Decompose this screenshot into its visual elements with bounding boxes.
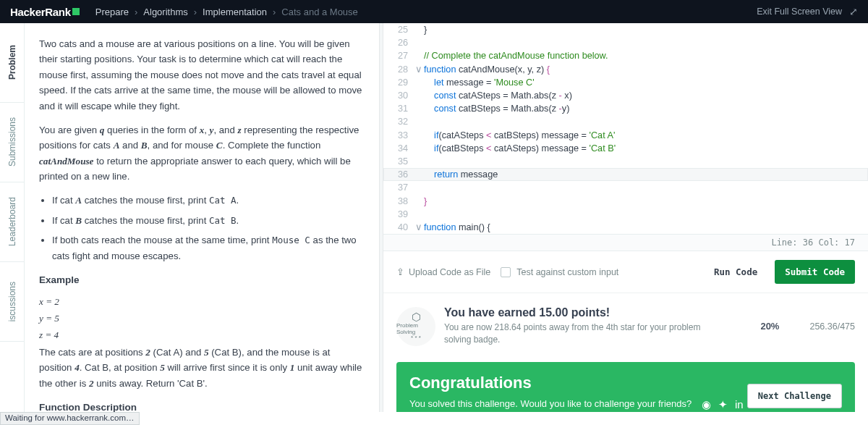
congrats-banner: Congratulations You solved this challeng… <box>396 362 855 412</box>
list-item: If both cats reach the mouse at the same… <box>52 232 363 264</box>
collapse-icon: ⤢ <box>849 6 858 17</box>
fold-toggle-icon[interactable]: ∨ <box>414 63 424 76</box>
tab-submissions[interactable]: Submissions <box>0 103 24 182</box>
line-number: 33 <box>383 129 414 142</box>
eq-y: y = 5 <box>39 311 363 326</box>
fold-toggle-icon <box>414 142 424 155</box>
code-line[interactable]: 40∨function main() { <box>383 221 868 234</box>
facebook-icon[interactable]: ◉ <box>702 398 711 411</box>
side-tabs: Problem Submissions Leaderboard iscussio… <box>0 23 25 412</box>
code-content[interactable]: const catASteps = Math.abs(z - x) <box>424 89 868 102</box>
code-line[interactable]: 27// Complete the catAndMouse function b… <box>383 49 868 62</box>
checkbox-icon[interactable] <box>501 267 511 277</box>
chevron-right-icon: › <box>194 7 197 17</box>
next-challenge-button[interactable]: Next Challenge <box>747 384 842 408</box>
line-number: 39 <box>383 208 414 221</box>
code-content[interactable]: } <box>424 23 868 36</box>
points-text: You have earned 15.00 points! You are no… <box>444 306 705 346</box>
code-content[interactable]: return message <box>424 168 868 181</box>
linkedin-icon[interactable]: in <box>735 398 744 411</box>
editor-actions: ⇪ Upload Code as File Test against custo… <box>383 251 868 293</box>
fold-toggle-icon <box>414 36 424 49</box>
line-number: 38 <box>383 195 414 208</box>
submit-code-button[interactable]: Submit Code <box>775 260 855 284</box>
function-description-heading: Function Description <box>39 400 363 412</box>
code-editor[interactable]: 25}2627// Complete the catAndMouse funct… <box>383 23 868 235</box>
code-line[interactable]: 36 return message <box>383 168 868 181</box>
code-content[interactable]: function catAndMouse(x, y, z) { <box>424 63 868 76</box>
code-content[interactable] <box>424 115 868 128</box>
crumb-implementation[interactable]: Implementation <box>203 7 267 17</box>
fold-toggle-icon <box>414 181 424 194</box>
code-line[interactable]: 39 <box>383 208 868 221</box>
social-icons: ◉ ✦ in <box>702 398 744 411</box>
code-content[interactable]: // Complete the catAndMouse function bel… <box>424 49 868 62</box>
line-number: 28 <box>383 63 414 76</box>
run-code-button[interactable]: Run Code <box>707 261 765 283</box>
eq-z: z = 4 <box>39 327 363 342</box>
upload-code-link[interactable]: ⇪ Upload Code as File <box>396 266 490 277</box>
chevron-right-icon: › <box>135 7 137 17</box>
code-line[interactable]: 28∨function catAndMouse(x, y, z) { <box>383 63 868 76</box>
code-content[interactable] <box>424 208 868 221</box>
code-content[interactable] <box>424 36 868 49</box>
line-number: 35 <box>383 155 414 168</box>
line-number: 37 <box>383 181 414 194</box>
tab-leaderboard[interactable]: Leaderboard <box>0 182 24 262</box>
fold-toggle-icon[interactable]: ∨ <box>414 221 424 234</box>
logo[interactable]: HackerRank <box>10 6 80 18</box>
badge-label: Problem Solving <box>396 323 435 335</box>
problem-para-1: Two cats and a mouse are at various posi… <box>39 36 363 114</box>
example-explanation: The cats are at positions 2 (Cat A) and … <box>39 345 363 391</box>
fold-toggle-icon <box>414 168 424 181</box>
fold-toggle-icon <box>414 49 424 62</box>
exit-fullscreen[interactable]: Exit Full Screen View ⤢ <box>757 6 858 17</box>
congrats-text: You solved this challenge. Would you lik… <box>409 398 692 409</box>
upload-icon: ⇪ <box>396 266 404 277</box>
code-line[interactable]: 33 if(catASteps < catBSteps) message = '… <box>383 129 868 142</box>
code-content[interactable]: if(catBSteps < catASteps) message = 'Cat… <box>424 142 868 155</box>
points-subtitle: You are now 218.64 points away from the … <box>444 321 705 346</box>
line-number: 36 <box>383 168 414 181</box>
fold-toggle-icon <box>414 23 424 36</box>
line-number: 34 <box>383 142 414 155</box>
crumb-current: Cats and a Mouse <box>281 7 358 17</box>
example-heading: Example <box>39 272 363 288</box>
code-line[interactable]: 31 const catBSteps = Math.abs(z -y) <box>383 102 868 115</box>
code-line[interactable]: 30 const catASteps = Math.abs(z - x) <box>383 89 868 102</box>
badge-stars: * * * <box>411 335 421 341</box>
code-line[interactable]: 32 <box>383 115 868 128</box>
code-content[interactable]: if(catASteps < catBSteps) message = 'Cat… <box>424 129 868 142</box>
line-number: 27 <box>383 49 414 62</box>
fold-toggle-icon <box>414 76 424 89</box>
line-number: 29 <box>383 76 414 89</box>
tab-discussions[interactable]: iscussions <box>0 262 24 342</box>
line-number: 25 <box>383 23 414 36</box>
custom-input-toggle[interactable]: Test against custom input <box>501 267 618 277</box>
fold-toggle-icon <box>414 89 424 102</box>
rules-list: If cat A catches the mouse first, print … <box>52 193 363 264</box>
tab-problem[interactable]: Problem <box>0 23 24 103</box>
crumb-algorithms[interactable]: Algorithms <box>143 7 187 17</box>
code-line[interactable]: 34 if(catBSteps < catASteps) message = '… <box>383 142 868 155</box>
code-content[interactable]: function main() { <box>424 221 868 234</box>
crumb-prepare[interactable]: Prepare <box>95 7 129 17</box>
code-content[interactable]: } <box>424 195 868 208</box>
code-content[interactable]: const catBSteps = Math.abs(z -y) <box>424 102 868 115</box>
right-panel: 25}2627// Complete the catAndMouse funct… <box>383 23 868 412</box>
twitter-icon[interactable]: ✦ <box>718 398 728 411</box>
line-number: 32 <box>383 115 414 128</box>
code-content[interactable]: let message = 'Mouse C' <box>424 76 868 89</box>
progress-fraction: 256.36/475 <box>809 321 855 332</box>
code-line[interactable]: 38} <box>383 195 868 208</box>
code-line[interactable]: 35 <box>383 155 868 168</box>
fold-toggle-icon <box>414 195 424 208</box>
code-content[interactable] <box>424 155 868 168</box>
top-bar: HackerRank Prepare › Algorithms › Implem… <box>0 0 868 23</box>
code-content[interactable] <box>424 181 868 194</box>
fold-toggle-icon <box>414 102 424 115</box>
code-line[interactable]: 29 let message = 'Mouse C' <box>383 76 868 89</box>
code-line[interactable]: 25} <box>383 23 868 36</box>
code-line[interactable]: 26 <box>383 36 868 49</box>
code-line[interactable]: 37 <box>383 181 868 194</box>
